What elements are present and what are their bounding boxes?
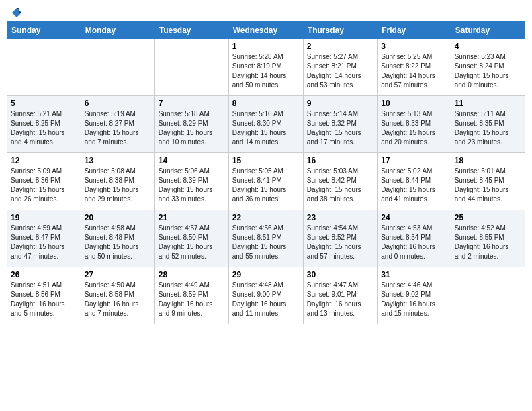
calendar-day-4: 4Sunrise: 5:23 AM Sunset: 8:24 PM Daylig… — [451, 39, 525, 96]
day-number: 29 — [232, 270, 300, 279]
calendar-day-11: 11Sunrise: 5:11 AM Sunset: 8:35 PM Dayli… — [451, 96, 525, 153]
day-number: 6 — [85, 99, 151, 108]
day-number: 17 — [381, 156, 447, 165]
weekday-thursday: Thursday — [303, 22, 377, 39]
page-header — [7, 7, 525, 16]
calendar-day-31: 31Sunrise: 4:46 AM Sunset: 9:02 PM Dayli… — [378, 267, 451, 324]
weekday-sunday: Sunday — [7, 22, 81, 39]
day-number: 7 — [159, 99, 225, 108]
calendar-day-25: 25Sunrise: 4:52 AM Sunset: 8:55 PM Dayli… — [451, 210, 525, 267]
calendar-day-23: 23Sunrise: 4:54 AM Sunset: 8:52 PM Dayli… — [303, 210, 377, 267]
day-number: 12 — [11, 156, 77, 165]
day-number: 20 — [85, 213, 151, 222]
calendar-day-17: 17Sunrise: 5:02 AM Sunset: 8:44 PM Dayli… — [378, 153, 451, 210]
calendar-day-30: 30Sunrise: 4:47 AM Sunset: 9:01 PM Dayli… — [303, 267, 377, 324]
day-info: Sunrise: 5:05 AM Sunset: 8:41 PM Dayligh… — [232, 167, 300, 204]
day-info: Sunrise: 5:16 AM Sunset: 8:30 PM Dayligh… — [232, 109, 300, 147]
day-number: 28 — [159, 270, 225, 279]
day-number: 2 — [307, 42, 373, 51]
calendar-table: SundayMondayTuesdayWednesdayThursdayFrid… — [7, 21, 525, 324]
day-number: 8 — [232, 99, 300, 108]
day-info: Sunrise: 4:47 AM Sunset: 9:01 PM Dayligh… — [307, 281, 373, 318]
day-info: Sunrise: 4:46 AM Sunset: 9:02 PM Dayligh… — [381, 281, 447, 318]
calendar-day-21: 21Sunrise: 4:57 AM Sunset: 8:50 PM Dayli… — [154, 210, 228, 267]
day-number: 30 — [307, 270, 373, 279]
day-info: Sunrise: 5:13 AM Sunset: 8:33 PM Dayligh… — [381, 109, 447, 147]
calendar-week-row: 19Sunrise: 4:59 AM Sunset: 8:47 PM Dayli… — [7, 210, 525, 267]
day-number: 5 — [11, 99, 77, 108]
day-info: Sunrise: 4:53 AM Sunset: 8:54 PM Dayligh… — [381, 224, 447, 261]
calendar-day-19: 19Sunrise: 4:59 AM Sunset: 8:47 PM Dayli… — [7, 210, 81, 267]
day-number: 22 — [232, 213, 300, 222]
calendar-day-1: 1Sunrise: 5:28 AM Sunset: 8:19 PM Daylig… — [228, 39, 303, 96]
day-info: Sunrise: 4:52 AM Sunset: 8:55 PM Dayligh… — [455, 224, 521, 261]
day-number: 31 — [381, 270, 447, 279]
empty-cell — [154, 39, 228, 96]
logo-icon — [11, 7, 23, 19]
day-number: 27 — [85, 270, 151, 279]
calendar-day-18: 18Sunrise: 5:01 AM Sunset: 8:45 PM Dayli… — [451, 153, 525, 210]
day-info: Sunrise: 4:49 AM Sunset: 8:59 PM Dayligh… — [159, 281, 225, 318]
day-number: 15 — [232, 156, 300, 165]
calendar-day-24: 24Sunrise: 4:53 AM Sunset: 8:54 PM Dayli… — [378, 210, 451, 267]
empty-cell — [81, 39, 154, 96]
day-number: 4 — [455, 42, 521, 51]
day-info: Sunrise: 5:14 AM Sunset: 8:32 PM Dayligh… — [307, 109, 373, 147]
calendar-week-row: 26Sunrise: 4:51 AM Sunset: 8:56 PM Dayli… — [7, 267, 525, 324]
day-info: Sunrise: 5:21 AM Sunset: 8:25 PM Dayligh… — [11, 109, 77, 147]
calendar-day-16: 16Sunrise: 5:03 AM Sunset: 8:42 PM Dayli… — [303, 153, 377, 210]
logo — [9, 7, 23, 16]
weekday-tuesday: Tuesday — [154, 22, 228, 39]
calendar-day-2: 2Sunrise: 5:27 AM Sunset: 8:21 PM Daylig… — [303, 39, 377, 96]
empty-cell — [451, 267, 525, 324]
calendar-day-29: 29Sunrise: 4:48 AM Sunset: 9:00 PM Dayli… — [228, 267, 303, 324]
day-info: Sunrise: 5:09 AM Sunset: 8:36 PM Dayligh… — [11, 167, 77, 204]
day-info: Sunrise: 5:03 AM Sunset: 8:42 PM Dayligh… — [307, 167, 373, 204]
calendar-day-8: 8Sunrise: 5:16 AM Sunset: 8:30 PM Daylig… — [228, 96, 303, 153]
day-info: Sunrise: 4:58 AM Sunset: 8:48 PM Dayligh… — [85, 224, 151, 261]
calendar-day-3: 3Sunrise: 5:25 AM Sunset: 8:22 PM Daylig… — [378, 39, 451, 96]
day-number: 16 — [307, 156, 373, 165]
day-info: Sunrise: 4:48 AM Sunset: 9:00 PM Dayligh… — [232, 281, 300, 318]
day-info: Sunrise: 5:11 AM Sunset: 8:35 PM Dayligh… — [455, 109, 521, 147]
day-info: Sunrise: 5:08 AM Sunset: 8:38 PM Dayligh… — [85, 167, 151, 204]
day-info: Sunrise: 5:19 AM Sunset: 8:27 PM Dayligh… — [85, 109, 151, 147]
day-info: Sunrise: 4:51 AM Sunset: 8:56 PM Dayligh… — [11, 281, 77, 318]
day-number: 18 — [455, 156, 521, 165]
calendar-day-27: 27Sunrise: 4:50 AM Sunset: 8:58 PM Dayli… — [81, 267, 154, 324]
calendar-day-5: 5Sunrise: 5:21 AM Sunset: 8:25 PM Daylig… — [7, 96, 81, 153]
calendar-week-row: 12Sunrise: 5:09 AM Sunset: 8:36 PM Dayli… — [7, 153, 525, 210]
day-info: Sunrise: 5:25 AM Sunset: 8:22 PM Dayligh… — [381, 52, 447, 90]
calendar-day-26: 26Sunrise: 4:51 AM Sunset: 8:56 PM Dayli… — [7, 267, 81, 324]
calendar-day-9: 9Sunrise: 5:14 AM Sunset: 8:32 PM Daylig… — [303, 96, 377, 153]
weekday-header-row: SundayMondayTuesdayWednesdayThursdayFrid… — [7, 22, 525, 39]
day-number: 25 — [455, 213, 521, 222]
day-number: 19 — [11, 213, 77, 222]
day-info: Sunrise: 5:28 AM Sunset: 8:19 PM Dayligh… — [232, 52, 300, 90]
day-number: 24 — [381, 213, 447, 222]
day-number: 3 — [381, 42, 447, 51]
calendar-week-row: 5Sunrise: 5:21 AM Sunset: 8:25 PM Daylig… — [7, 96, 525, 153]
calendar-day-13: 13Sunrise: 5:08 AM Sunset: 8:38 PM Dayli… — [81, 153, 154, 210]
day-info: Sunrise: 5:18 AM Sunset: 8:29 PM Dayligh… — [159, 109, 225, 147]
day-info: Sunrise: 4:50 AM Sunset: 8:58 PM Dayligh… — [85, 281, 151, 318]
calendar-day-14: 14Sunrise: 5:06 AM Sunset: 8:39 PM Dayli… — [154, 153, 228, 210]
calendar-day-22: 22Sunrise: 4:56 AM Sunset: 8:51 PM Dayli… — [228, 210, 303, 267]
day-number: 1 — [232, 42, 300, 51]
day-number: 26 — [11, 270, 77, 279]
calendar-day-6: 6Sunrise: 5:19 AM Sunset: 8:27 PM Daylig… — [81, 96, 154, 153]
day-number: 13 — [85, 156, 151, 165]
calendar-day-15: 15Sunrise: 5:05 AM Sunset: 8:41 PM Dayli… — [228, 153, 303, 210]
weekday-wednesday: Wednesday — [228, 22, 303, 39]
calendar-day-28: 28Sunrise: 4:49 AM Sunset: 8:59 PM Dayli… — [154, 267, 228, 324]
day-info: Sunrise: 4:59 AM Sunset: 8:47 PM Dayligh… — [11, 224, 77, 261]
day-number: 10 — [381, 99, 447, 108]
day-info: Sunrise: 4:56 AM Sunset: 8:51 PM Dayligh… — [232, 224, 300, 261]
day-number: 23 — [307, 213, 373, 222]
day-number: 11 — [455, 99, 521, 108]
day-info: Sunrise: 4:57 AM Sunset: 8:50 PM Dayligh… — [159, 224, 225, 261]
day-number: 21 — [159, 213, 225, 222]
calendar-day-20: 20Sunrise: 4:58 AM Sunset: 8:48 PM Dayli… — [81, 210, 154, 267]
empty-cell — [7, 39, 81, 96]
day-info: Sunrise: 5:27 AM Sunset: 8:21 PM Dayligh… — [307, 52, 373, 90]
